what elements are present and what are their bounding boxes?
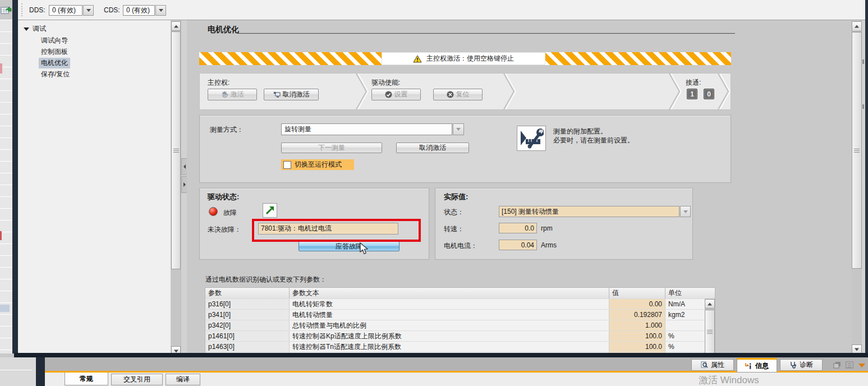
measurement-config-button[interactable] (517, 126, 546, 151)
value-cell[interactable]: 1.000 (609, 320, 665, 330)
acknowledge-fault-button[interactable]: 应答故障 (298, 241, 399, 251)
deactivate-button[interactable]: 取消激活 (264, 89, 319, 100)
jump-to-fault-button[interactable] (263, 203, 277, 218)
measurement-method-value: 旋转测量 (284, 125, 311, 134)
cds-label: CDS: (104, 6, 120, 14)
switch-on-1-button[interactable]: 1 (687, 89, 697, 99)
scroll-down-icon (855, 348, 859, 351)
left-panel-fragment (0, 63, 2, 73)
float-panel-icon[interactable] (833, 361, 841, 369)
x-circle-icon (447, 91, 454, 98)
tree-item-control-panel[interactable]: 控制面板 (39, 47, 70, 57)
scrollbar-thumb[interactable] (705, 310, 715, 353)
pending-fault-label: 未决故障： (208, 225, 241, 235)
table-row[interactable]: p316[0] 电机转矩常数 0.00 Nm/A (205, 298, 705, 309)
scroll-up-button[interactable] (852, 21, 862, 31)
speed-field[interactable]: 0.0 (499, 223, 537, 233)
table-row[interactable]: p341[0] 电机转动惯量 0.192807 kgm2 (205, 309, 705, 320)
application-window: DDS: 0 (有效) CDS: 0 (有效) 调试 调试向导 控制面板 电机优… (0, 0, 868, 386)
param-cell: p316[0] (205, 299, 290, 309)
scrollbar-thumb[interactable] (852, 32, 862, 269)
activate-button[interactable]: 激活 (208, 89, 257, 100)
table-export-icon[interactable] (1, 5, 12, 15)
magnifier-icon (701, 361, 708, 369)
status-dropdown-button[interactable] (680, 206, 691, 217)
column-header[interactable]: 参数文本 (290, 288, 609, 298)
horizontal-divider[interactable] (14, 353, 868, 357)
switch-on-0-button[interactable]: 0 (704, 89, 714, 99)
run-mode-checkbox[interactable] (283, 161, 291, 169)
tab-info[interactable]: 信息 (737, 358, 777, 373)
chevron-separator (668, 73, 682, 109)
dds-dropdown-button[interactable] (83, 5, 94, 16)
param-cell: p1461[0] (205, 331, 290, 341)
dds-value: 0 (有效) (52, 6, 76, 15)
run-mode-option[interactable]: 切换至运行模式 (281, 159, 354, 170)
tab-general[interactable]: 常规 (65, 373, 108, 385)
run-mode-checkbox-label: 切换至运行模式 (295, 160, 342, 169)
current-field[interactable]: 0.04 (499, 240, 537, 250)
info-icon (745, 362, 752, 370)
pending-fault-value: 7801:驱动：电机过电流 (261, 224, 332, 233)
table-row[interactable]: p1463[0] 转速控制器Tn适配速度上限比例系数 100.0 % (205, 341, 705, 352)
measurement-method-select[interactable]: 旋转测量 (281, 123, 452, 135)
table-row[interactable]: p1461[0] 转速控制器Kp适配速度上限比例系数 100.0 % (205, 330, 705, 341)
drive-enable-set-button[interactable]: 设置 (371, 89, 421, 100)
chevron-down-icon (683, 210, 688, 213)
value-cell[interactable]: 0.192807 (609, 310, 665, 320)
drive-enable-reset-button[interactable]: 复位 (433, 89, 483, 100)
scroll-up-button[interactable] (705, 299, 715, 309)
params-table: 参数 参数文本 值 单位 p316[0] 电机转矩常数 0.00 Nm/A p3… (205, 287, 715, 353)
dds-select[interactable]: 0 (有效) (49, 5, 82, 16)
banner-message-box: 主控权激活：使用空格键停止 (382, 52, 545, 65)
tree-expand-icon[interactable] (24, 27, 29, 31)
grip-icon (173, 149, 179, 153)
tree-item-motor-optimization[interactable]: 电机优化 (39, 58, 70, 68)
panel-splitter[interactable] (181, 20, 187, 353)
fault-led-icon (209, 207, 218, 216)
value-cell[interactable]: 0.00 (609, 299, 665, 309)
dds-label: DDS: (29, 6, 45, 14)
measurement-group: 测量方式： 旋转测量 下一测量 取消激活 切换至运行模式 (199, 115, 731, 183)
unit-cell: % (665, 331, 705, 341)
tab-diagnostics[interactable]: 诊断 (780, 359, 823, 371)
measurement-method-dropdown-button[interactable] (453, 123, 464, 135)
tree-root-item[interactable]: 调试 (24, 24, 46, 34)
tree-item-save-reset[interactable]: 保存/复位 (39, 69, 72, 80)
drive-status-group: 驱动状态: 故障 未决故障： 7801:驱动：电机过电流 应答故障 (199, 188, 429, 260)
tree-scrollbar[interactable] (171, 21, 181, 356)
tab-diagnostics-label: 诊断 (800, 360, 813, 370)
param-text-cell: 转速控制器Tn适配速度上限比例系数 (290, 342, 609, 352)
scroll-up-button[interactable] (171, 21, 181, 31)
next-measurement-button[interactable]: 下一测量 (281, 143, 382, 153)
tab-properties[interactable]: 属性 (691, 359, 734, 371)
value-cell[interactable]: 100.0 (609, 331, 665, 341)
column-header[interactable]: 值 (609, 288, 665, 298)
tree-item-commissioning-wizard[interactable]: 调试向导 (39, 35, 70, 46)
check-circle-icon (385, 91, 392, 98)
column-header[interactable]: 单位 (665, 288, 715, 298)
column-header[interactable]: 参数 (205, 288, 290, 298)
deactivate-button-label: 取消激活 (283, 90, 310, 99)
tab-compile[interactable]: 编译 (166, 374, 200, 385)
unit-cell: Nm/A (665, 299, 705, 309)
cds-select[interactable]: 0 (有效) (123, 5, 155, 16)
master-control-label: 主控权: (208, 78, 229, 88)
pending-fault-field[interactable]: 7801:驱动：电机过电流 (258, 223, 398, 235)
table-row[interactable]: p342[0] 总转动惯量与电机的比例 1.000 (205, 320, 705, 330)
panel-list-icon[interactable] (846, 361, 853, 369)
panel-menu-arrow-icon[interactable] (858, 364, 865, 367)
value-cell[interactable]: 100.0 (609, 342, 665, 352)
cds-dropdown-button[interactable] (155, 5, 166, 16)
status-select[interactable]: [150] 测量转动惯量 (499, 206, 679, 217)
table-scrollbar[interactable] (705, 298, 715, 353)
left-panel-fragment (0, 305, 10, 312)
measurement-cancel-button[interactable]: 取消激活 (396, 143, 469, 153)
master-control-banner: 主控权激活：使用空格键停止 (199, 52, 731, 65)
main-scrollbar[interactable] (852, 20, 862, 353)
status-label: 状态： (444, 208, 464, 217)
scrollbar-thumb[interactable] (171, 31, 181, 269)
tab-cross-references[interactable]: 交叉引用 (111, 374, 163, 385)
unit-cell: kgm2 (665, 310, 705, 320)
left-panel-fragment (0, 370, 33, 370)
